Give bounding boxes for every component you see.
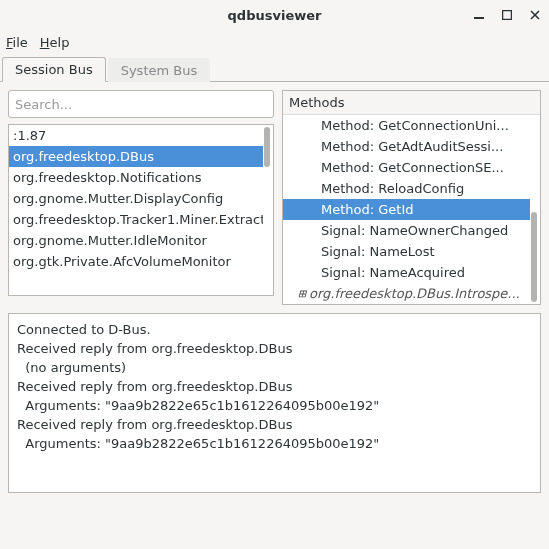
log-line: Received reply from org.freedesktop.DBus [17,415,532,434]
menu-file-label: ile [13,35,28,50]
log-line: (no arguments) [17,358,532,377]
maximize-button[interactable] [499,7,515,23]
services-list: :1.87 org.freedesktop.DBus org.freedeskt… [8,124,274,296]
expand-icon[interactable]: ⊞ [297,283,307,304]
service-item[interactable]: org.freedesktop.Tracker1.Miner.Extract [9,209,263,230]
menu-help[interactable]: Help [40,35,70,50]
log-panel: Connected to D-Bus. Received reply from … [8,313,541,493]
svg-rect-1 [503,11,512,20]
services-list-inner: :1.87 org.freedesktop.DBus org.freedeskt… [9,125,273,295]
tree-node-label: org.freedesktop.DBus.Introspe... [309,286,520,301]
service-item[interactable]: org.gtk.Private.AfcVolumeMonitor [9,251,263,272]
menu-file[interactable]: File [6,35,28,50]
services-scrollbar[interactable] [263,127,271,293]
log-line: Arguments: "9aa9b2822e65c1b1612264095b00… [17,434,532,453]
tree-node[interactable]: Method: GetConnectionUni... [283,115,530,136]
service-item[interactable]: org.gnome.Mutter.IdleMonitor [9,230,263,251]
service-item[interactable]: :1.87 [9,125,263,146]
methods-scrollbar[interactable] [530,117,538,302]
titlebar: qdbusviewer [0,0,549,30]
tab-session-bus[interactable]: Session Bus [2,57,106,82]
search-box [8,90,274,118]
methods-tree: Method: GetConnectionUni... Method: GetA… [283,115,540,304]
log-line: Received reply from org.freedesktop.DBus [17,377,532,396]
methods-panel: Methods Method: GetConnectionUni... Meth… [282,90,541,305]
search-input[interactable] [15,97,267,112]
window-title: qdbusviewer [228,8,322,23]
tab-bar: Session Bus System Bus [0,54,549,82]
close-button[interactable] [527,7,543,23]
service-item[interactable]: org.freedesktop.Notifications [9,167,263,188]
services-panel: :1.87 org.freedesktop.DBus org.freedeskt… [8,90,274,305]
tree-node[interactable]: Method: GetId [283,199,530,220]
log-line: Received reply from org.freedesktop.DBus [17,339,532,358]
log-line: Arguments: "9aa9b2822e65c1b1612264095b00… [17,396,532,415]
main-panels: :1.87 org.freedesktop.DBus org.freedeskt… [0,82,549,313]
scrollbar-thumb[interactable] [531,212,537,302]
tree-node[interactable]: Method: ReloadConfig [283,178,530,199]
tree-node-expandable[interactable]: ⊞org.freedesktop.DBus.Introspe... [283,283,530,304]
tree-node[interactable]: Method: GetConnectionSE... [283,157,530,178]
tree-node[interactable]: Method: GetAdtAuditSessi... [283,136,530,157]
log-line: Connected to D-Bus. [17,320,532,339]
tree-node[interactable]: Signal: NameLost [283,241,530,262]
service-item[interactable]: org.gnome.Mutter.DisplayConfig [9,188,263,209]
methods-header: Methods [283,91,540,115]
minimize-button[interactable] [471,7,487,23]
tab-system-bus[interactable]: System Bus [108,58,211,82]
service-item[interactable]: org.freedesktop.DBus [9,146,263,167]
svg-rect-0 [474,17,484,19]
tree-node[interactable]: Signal: NameOwnerChanged [283,220,530,241]
menu-help-label: elp [50,35,70,50]
scrollbar-thumb[interactable] [264,127,270,167]
tree-node[interactable]: Signal: NameAcquired [283,262,530,283]
window-controls [471,0,543,30]
menubar: File Help [0,30,549,54]
